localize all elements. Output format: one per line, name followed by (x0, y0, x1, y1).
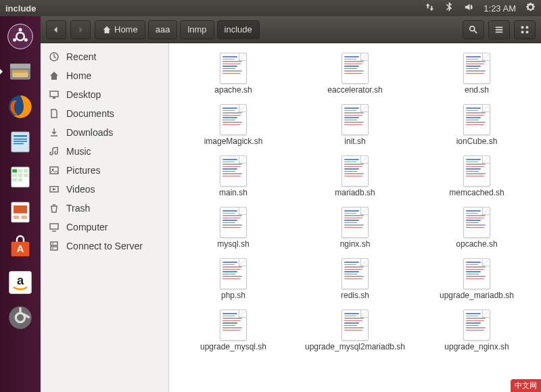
file-label: nginx.sh (340, 239, 371, 249)
svg-rect-26 (14, 205, 27, 214)
svg-rect-22 (24, 174, 28, 177)
file-item[interactable]: apache.sh (176, 50, 291, 97)
grid-view-button[interactable] (514, 20, 536, 39)
file-item[interactable]: mysql.sh (176, 204, 291, 251)
file-label: php.sh (221, 291, 245, 300)
sidebar-item-home[interactable]: Home (41, 66, 168, 85)
dash-tile[interactable] (4, 20, 37, 53)
svg-rect-34 (19, 308, 21, 313)
file-label: upgrade_mariadb.sh (440, 291, 514, 300)
file-icon (342, 155, 369, 187)
file-item[interactable]: imageMagick.sh (176, 101, 291, 149)
file-icon (342, 53, 369, 84)
back-button[interactable] (46, 20, 66, 39)
settings-tile[interactable] (4, 301, 37, 334)
file-item[interactable]: upgrade_mariadb.sh (419, 255, 534, 303)
file-item[interactable]: redis.sh (298, 255, 413, 303)
svg-text:A: A (17, 243, 24, 254)
file-item[interactable]: mariadb.sh (298, 153, 413, 200)
svg-rect-20 (12, 174, 17, 177)
svg-rect-38 (496, 26, 503, 28)
file-item[interactable]: ionCube.sh (419, 101, 534, 149)
svg-rect-39 (496, 29, 503, 30)
writer-tile[interactable] (4, 126, 37, 158)
file-item[interactable]: upgrade_mysql.sh (176, 307, 291, 354)
breadcrumb-aaa[interactable]: aaa (148, 20, 178, 39)
file-item[interactable]: end.sh (419, 50, 534, 97)
sidebar-item-documents[interactable]: Documents (41, 104, 168, 123)
file-label: mysql.sh (217, 239, 249, 249)
file-label: memcached.sh (449, 188, 504, 197)
file-icon (463, 104, 490, 135)
sidebar-item-trash[interactable]: Trash (41, 199, 168, 218)
clock[interactable]: 1:23 AM (484, 3, 516, 14)
file-label: upgrade_mysql.sh (200, 342, 266, 351)
file-label: init.sh (344, 137, 365, 146)
search-button[interactable] (463, 20, 484, 39)
calc-tile[interactable] (4, 161, 37, 193)
file-icon (220, 207, 247, 238)
sidebar-item-recent[interactable]: Recent (41, 47, 168, 66)
file-item[interactable]: memcached.sh (419, 153, 534, 200)
svg-point-0 (8, 24, 33, 49)
svg-rect-52 (51, 242, 57, 245)
impress-tile[interactable] (4, 196, 37, 228)
file-label: end.sh (465, 85, 489, 95)
breadcrumb-lnmp[interactable]: lnmp (180, 20, 214, 39)
forward-button[interactable] (70, 20, 91, 39)
file-content[interactable]: apache.sheaccelerator.shend.shimageMagic… (169, 43, 541, 392)
svg-rect-28 (22, 216, 27, 219)
sidebar-item-computer[interactable]: Computer (41, 218, 168, 237)
file-item[interactable]: main.sh (176, 153, 291, 200)
file-item[interactable]: php.sh (176, 255, 291, 303)
svg-rect-53 (51, 247, 57, 250)
file-label: upgrade_nginx.sh (444, 342, 509, 351)
file-icon (220, 104, 247, 135)
file-item[interactable]: init.sh (298, 101, 413, 149)
file-label: opcache.sh (456, 239, 497, 249)
breadcrumb-home[interactable]: Home (95, 20, 145, 39)
sidebar-item-downloads[interactable]: Downloads (41, 123, 168, 142)
bluetooth-icon[interactable] (444, 2, 454, 14)
amazon-tile[interactable]: a (4, 266, 37, 299)
svg-rect-14 (14, 141, 27, 142)
firefox-tile[interactable] (4, 91, 37, 123)
svg-rect-17 (12, 169, 17, 172)
svg-rect-24 (18, 178, 23, 182)
list-view-button[interactable] (488, 20, 510, 39)
file-item[interactable]: opcache.sh (419, 204, 534, 251)
system-tray: 1:23 AM (425, 2, 536, 14)
file-icon (463, 53, 490, 84)
svg-rect-42 (526, 26, 529, 28)
svg-rect-48 (50, 167, 58, 174)
svg-rect-19 (24, 169, 28, 172)
svg-rect-12 (14, 135, 27, 137)
file-item[interactable]: upgrade_nginx.sh (419, 307, 534, 354)
file-item[interactable]: eaccelerator.sh (298, 50, 413, 97)
svg-rect-43 (521, 30, 524, 33)
breadcrumb: Homeaaalnmpinclude (95, 20, 260, 39)
file-icon (220, 310, 247, 341)
file-item[interactable]: upgrade_mysql2mariadb.sh (298, 307, 413, 354)
gear-icon[interactable] (525, 2, 536, 14)
volume-icon[interactable] (464, 2, 474, 14)
svg-text:a: a (17, 273, 24, 287)
sidebar-item-pictures[interactable]: Pictures (41, 161, 168, 180)
file-icon (342, 104, 369, 135)
sidebar-item-music[interactable]: Music (41, 142, 168, 161)
file-icon (463, 258, 490, 289)
network-icon[interactable] (425, 2, 435, 14)
sidebar-item-desktop[interactable]: Desktop (41, 85, 168, 104)
file-icon (220, 258, 247, 289)
file-icon (463, 207, 490, 238)
file-icon (463, 155, 490, 187)
svg-rect-21 (18, 174, 23, 177)
sidebar-item-videos[interactable]: Videos (41, 180, 168, 199)
breadcrumb-include[interactable]: include (217, 20, 260, 39)
file-icon (342, 258, 369, 289)
sidebar-item-connect-to-server[interactable]: Connect to Server (41, 237, 168, 255)
file-item[interactable]: nginx.sh (298, 204, 413, 251)
files-tile[interactable] (4, 55, 37, 88)
software-tile[interactable]: A (4, 231, 37, 264)
svg-line-37 (474, 30, 477, 32)
